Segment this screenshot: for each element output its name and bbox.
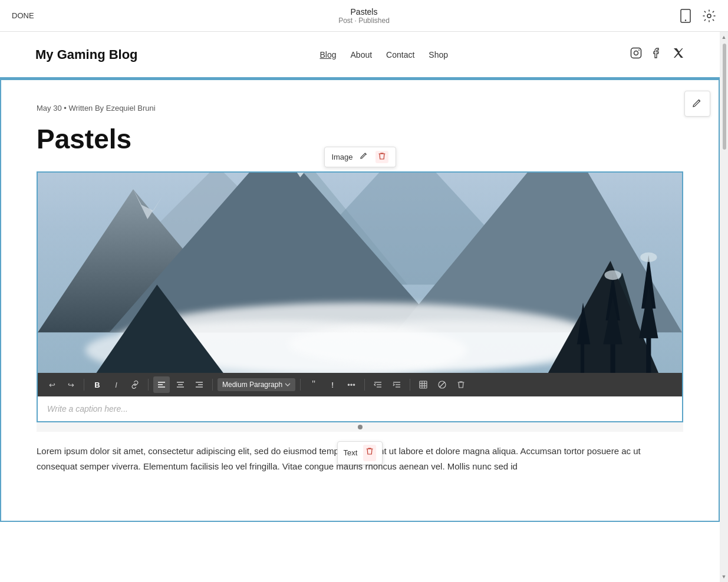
svg-rect-3 xyxy=(631,48,641,58)
svg-point-1 xyxy=(685,19,686,21)
bold-button[interactable]: B xyxy=(89,376,106,393)
nav-link-shop[interactable]: Shop xyxy=(429,50,448,59)
text-block-label: Text xyxy=(344,447,358,459)
italic-button[interactable]: I xyxy=(108,376,124,393)
settings-icon[interactable] xyxy=(702,9,716,23)
nav-link-contact[interactable]: Contact xyxy=(386,50,414,59)
twitter-icon[interactable] xyxy=(673,47,684,62)
text-block-delete[interactable] xyxy=(363,445,376,461)
image-block[interactable]: Image xyxy=(37,171,683,422)
drag-dot xyxy=(358,425,363,429)
scrollbar-thumb[interactable] xyxy=(723,44,726,150)
image-delete-icon[interactable] xyxy=(375,151,388,163)
undo-button[interactable]: ↩ xyxy=(44,376,60,393)
align-right-button[interactable] xyxy=(191,376,207,393)
content-area: My Gaming Blog Blog About Contact Shop xyxy=(0,32,720,582)
paragraph-style-label: Medium Paragraph xyxy=(222,381,282,389)
instagram-icon[interactable] xyxy=(630,47,642,62)
caption-area[interactable]: Write a caption here... xyxy=(38,396,682,421)
scrollbar-arrow-down[interactable]: ▼ xyxy=(720,573,728,581)
post-status: Post · Published xyxy=(338,16,390,25)
post-area: May 30 • Written By Ezequiel Bruni Paste… xyxy=(0,79,720,522)
scrollbar[interactable]: ▲ ▼ xyxy=(720,32,728,582)
svg-point-4 xyxy=(634,51,638,55)
caption-placeholder: Write a caption here... xyxy=(47,404,128,414)
svg-point-2 xyxy=(707,14,711,18)
svg-line-54 xyxy=(440,382,444,387)
svg-point-5 xyxy=(638,49,640,51)
post-title-topbar: Pastels xyxy=(338,7,390,16)
mountain-image xyxy=(38,173,682,373)
paragraph-style-dropdown[interactable]: Medium Paragraph xyxy=(218,378,295,391)
text-formatting-toolbar: ↩ ↪ B I xyxy=(38,373,682,396)
link-button[interactable] xyxy=(127,376,143,393)
top-bar-right xyxy=(678,9,716,23)
no-format-button[interactable] xyxy=(434,376,450,393)
top-bar: DONE Pastels Post · Published xyxy=(0,0,728,32)
site-logo: My Gaming Blog xyxy=(35,47,138,62)
align-left-button[interactable] xyxy=(153,376,170,393)
site-nav: My Gaming Blog Blog About Contact Shop xyxy=(0,32,720,79)
more-options-button[interactable]: ••• xyxy=(343,376,360,393)
image-edit-icon[interactable] xyxy=(360,152,368,162)
quote-button[interactable]: " xyxy=(305,376,322,393)
svg-point-31 xyxy=(640,253,657,262)
done-button[interactable]: DONE xyxy=(12,11,34,20)
svg-point-30 xyxy=(604,270,621,280)
svg-rect-48 xyxy=(420,381,427,388)
scrollbar-arrow-up[interactable]: ▲ xyxy=(720,33,728,41)
nav-link-blog[interactable]: Blog xyxy=(319,50,336,59)
redo-button[interactable]: ↪ xyxy=(62,376,79,393)
body-text-block[interactable]: Text Lorem ipsum dolor sit amet, consect… xyxy=(37,432,683,485)
indent-button[interactable] xyxy=(388,376,405,393)
exclaim-button[interactable]: ! xyxy=(324,376,341,393)
nav-links: Blog About Contact Shop xyxy=(319,50,448,59)
facebook-icon[interactable] xyxy=(651,47,663,62)
align-center-button[interactable] xyxy=(172,376,189,393)
post-meta: May 30 • Written By Ezequiel Bruni xyxy=(37,104,683,113)
outdent-button[interactable] xyxy=(370,376,386,393)
drag-handle[interactable] xyxy=(37,422,683,432)
table-button[interactable] xyxy=(415,376,431,393)
edit-floating-button[interactable] xyxy=(684,91,710,117)
nav-link-about[interactable]: About xyxy=(351,50,373,59)
main-scroll: My Gaming Blog Blog About Contact Shop xyxy=(0,32,728,582)
mobile-preview-icon[interactable] xyxy=(678,9,693,23)
image-toolbar: Image xyxy=(324,147,396,167)
image-label: Image xyxy=(331,153,353,161)
text-block-toolbar: Text xyxy=(337,441,383,465)
nav-social xyxy=(630,47,684,62)
post-info: Pastels Post · Published xyxy=(338,7,390,25)
delete-block-button[interactable] xyxy=(453,376,469,393)
